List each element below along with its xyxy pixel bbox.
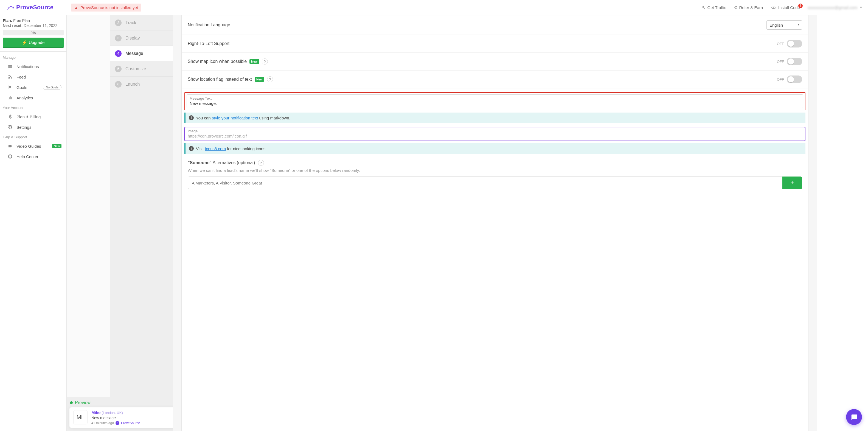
nav-feed[interactable]: Feed bbox=[0, 72, 66, 82]
icons8-info: i Visit Icons8.com for nice looking icon… bbox=[184, 143, 805, 154]
list-icon bbox=[8, 64, 12, 69]
step-display[interactable]: 3Display bbox=[110, 30, 173, 46]
flag-icon bbox=[8, 85, 12, 90]
usage-progress: 0% bbox=[3, 30, 64, 35]
nav-install-code[interactable]: </> Install Code ! bbox=[771, 5, 800, 10]
rtl-toggle[interactable] bbox=[787, 40, 802, 48]
map-label: Show map icon when possible bbox=[188, 59, 247, 64]
nav-settings[interactable]: Settings bbox=[0, 122, 66, 132]
cursor-icon: ↖ bbox=[702, 5, 706, 10]
alert-badge-icon: ! bbox=[798, 4, 803, 8]
someone-input[interactable] bbox=[188, 177, 782, 189]
help-icon[interactable]: ? bbox=[258, 160, 264, 166]
nav-get-traffic[interactable]: ↖ Get Traffic bbox=[702, 5, 726, 10]
icons8-link[interactable]: Icons8.com bbox=[205, 146, 226, 151]
nav-video-guides[interactable]: Video Guides New bbox=[0, 141, 66, 151]
sidebar: Plan: Free Plan Next reset: December 11,… bbox=[0, 15, 67, 431]
preview-avatar: ML bbox=[73, 410, 88, 424]
preview-dot-icon bbox=[70, 401, 73, 404]
code-icon: </> bbox=[771, 5, 777, 10]
preview-card: ML Mike(London, UK) New message. 41 minu… bbox=[69, 407, 177, 428]
section-account: Your Account bbox=[0, 104, 66, 112]
gear-icon bbox=[8, 125, 12, 130]
chat-fab[interactable] bbox=[846, 409, 862, 425]
logo[interactable]: ProveSource bbox=[0, 4, 67, 11]
section-help: Help & Support bbox=[0, 134, 66, 141]
rtl-label: Right-To-Left Support bbox=[188, 41, 229, 46]
nav-notifications[interactable]: Notifications bbox=[0, 61, 66, 72]
dollar-icon bbox=[8, 114, 12, 119]
no-goals-pill: No Goals bbox=[43, 85, 61, 90]
verified-icon: ✓ bbox=[116, 421, 119, 425]
chevron-down-icon: ▼ bbox=[860, 6, 863, 9]
step-track[interactable]: 2Track bbox=[110, 15, 173, 30]
help-icon[interactable]: ? bbox=[267, 76, 273, 82]
video-icon bbox=[8, 144, 12, 149]
info-icon: i bbox=[189, 115, 194, 120]
lifebuoy-icon bbox=[8, 154, 12, 159]
language-select[interactable]: English bbox=[767, 20, 802, 30]
image-field[interactable]: Image https://cdn.provesrc.com/icon.gif bbox=[184, 127, 805, 141]
markdown-info: i You can style your notification text u… bbox=[184, 113, 805, 123]
style-link[interactable]: style your notification text bbox=[212, 116, 258, 120]
nav-analytics[interactable]: Analytics bbox=[0, 93, 66, 103]
logo-text: ProveSource bbox=[16, 4, 54, 11]
lang-label: Notification Language bbox=[188, 23, 230, 27]
message-text-field[interactable]: Message Text New message. bbox=[187, 94, 803, 108]
bolt-icon: ⚡ bbox=[22, 40, 27, 45]
nav-goals[interactable]: Goals No Goals bbox=[0, 82, 66, 93]
preview-panel: Preview ML Mike(London, UK) New message.… bbox=[67, 397, 179, 431]
upgrade-button[interactable]: ⚡ Upgrade bbox=[3, 38, 64, 48]
install-banner[interactable]: ▲ ProveSource is not installed yet bbox=[71, 4, 141, 11]
flag-toggle[interactable] bbox=[787, 75, 802, 83]
help-icon[interactable]: ? bbox=[262, 59, 268, 64]
nav-user-menu[interactable]: xxxxxxxxxxxxx@gmail.com ▼ bbox=[808, 5, 863, 10]
section-manage: Manage bbox=[0, 54, 66, 61]
new-badge: New bbox=[52, 144, 61, 148]
message-text-highlight: Message Text New message. bbox=[184, 92, 805, 110]
rss-icon bbox=[8, 74, 12, 79]
map-toggle[interactable] bbox=[787, 58, 802, 65]
gift-icon: ⟲ bbox=[734, 5, 737, 10]
wizard-steps: 2Track 3Display 4Message 5Customize 6Lau… bbox=[110, 15, 173, 431]
nav-help-center[interactable]: Help Center bbox=[0, 151, 66, 162]
flag-label: Show location flag instead of text bbox=[188, 77, 252, 82]
chat-icon bbox=[850, 413, 858, 421]
nav-billing[interactable]: Plan & Billing bbox=[0, 112, 66, 122]
chart-icon bbox=[8, 95, 12, 100]
step-message[interactable]: 4Message bbox=[110, 46, 173, 61]
info-icon: i bbox=[189, 146, 194, 151]
warning-icon: ▲ bbox=[74, 5, 78, 10]
step-launch[interactable]: 6Launch bbox=[110, 76, 173, 92]
step-customize[interactable]: 5Customize bbox=[110, 61, 173, 76]
nav-refer-earn[interactable]: ⟲ Refer & Earn bbox=[734, 5, 763, 10]
add-alternative-button[interactable]: + bbox=[782, 177, 802, 189]
